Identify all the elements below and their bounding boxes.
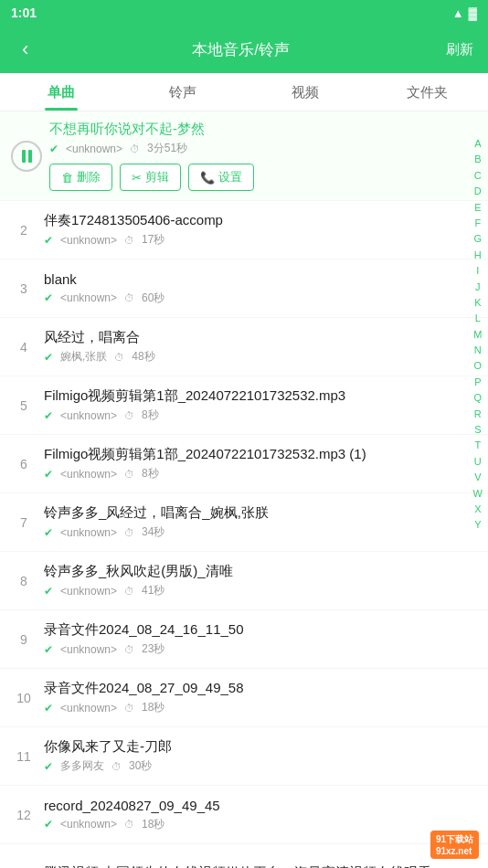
status-time: 1:01 (11, 5, 37, 20)
list-item[interactable]: 2 伴奏1724813505406-accomp ✔ <unknown> ⏱ 1… (0, 201, 488, 259)
alpha-letter-t[interactable]: T (473, 439, 483, 452)
alpha-letter-m[interactable]: M (473, 328, 483, 342)
song-title: 铃声多多_风经过，唱离合_婉枫,张朕 (44, 504, 269, 520)
alphabet-sidebar[interactable]: ABCDEFGHIJKLMNOPQRSTUVWXY (473, 137, 483, 533)
song-artist: <unknown> (60, 643, 117, 656)
alpha-letter-n[interactable]: N (473, 344, 483, 357)
tab-ringtone[interactable]: 铃声 (122, 73, 245, 111)
song-meta: ✔ <unknown> ⏱ 41秒 (44, 583, 451, 598)
song-duration: 8秒 (142, 408, 159, 423)
song-number: 4 (11, 340, 37, 355)
list-item[interactable]: 8 铃声多多_秋风吹起(男版)_清唯 ✔ <unknown> ⏱ 41秒 (0, 552, 488, 610)
song-title: 腾讯视频·中国领先的在线视频媒体平台，海量高清视频在线观看 (44, 864, 431, 868)
phone-icon: 📞 (200, 171, 215, 185)
song-meta: ✔ 婉枫,张朕 ⏱ 48秒 (44, 349, 451, 365)
trash-icon: 🗑 (61, 171, 73, 185)
list-item[interactable]: 12 record_20240827_09_49_45 ✔ <unknown> … (0, 786, 488, 844)
alpha-letter-k[interactable]: K (473, 296, 483, 310)
list-item[interactable]: 11 你像风来了又走-刀郎 ✔ 多多网友 ⏱ 30秒 (0, 727, 488, 786)
list-item[interactable]: 5 Filmigo视频剪辑第1部_20240722101732532.mp3 ✔… (0, 376, 488, 435)
song-artist: <unknown> (60, 234, 117, 247)
verified-icon: ✔ (44, 702, 53, 715)
song-artist: <unknown> (60, 526, 117, 539)
refresh-button[interactable]: 刷新 (446, 41, 473, 58)
alpha-letter-j[interactable]: J (473, 281, 483, 294)
song-meta: ✔ <unknown> ⏱ 8秒 (44, 466, 451, 482)
alpha-letter-o[interactable]: O (473, 359, 483, 373)
alpha-letter-u[interactable]: U (473, 455, 483, 469)
alpha-letter-y[interactable]: Y (473, 518, 483, 532)
verified-icon: ✔ (44, 234, 53, 247)
song-artist: 多多网友 (60, 758, 104, 774)
song-title: Filmigo视频剪辑第1部_20240722101732532.mp3 (1) (44, 446, 366, 461)
alpha-letter-e[interactable]: E (473, 201, 483, 215)
alpha-letter-r[interactable]: R (473, 408, 483, 421)
song-info: 录音文件2024_08_27_09_49_58 ✔ <unknown> ⏱ 18… (37, 680, 451, 715)
watermark: 91下载站91xz.net (430, 831, 479, 859)
alpha-letter-f[interactable]: F (473, 217, 483, 230)
song-duration: 8秒 (142, 466, 159, 482)
verified-icon: ✔ (44, 468, 53, 481)
list-item[interactable]: 腾讯视频·中国领先的在线视频媒体平台，海量高清视频在线观看 (0, 844, 488, 868)
edit-button[interactable]: ✂ 剪辑 (120, 164, 181, 191)
song-duration: 30秒 (129, 758, 152, 774)
alpha-letter-h[interactable]: H (473, 249, 483, 262)
song-info: 铃声多多_风经过，唱离合_婉枫,张朕 ✔ <unknown> ⏱ 34秒 (37, 504, 451, 540)
alpha-letter-p[interactable]: P (473, 376, 483, 389)
clock-icon: ⏱ (124, 410, 134, 421)
song-meta: ✔ 多多网友 ⏱ 30秒 (44, 758, 451, 774)
clock-icon: ⏱ (114, 352, 124, 363)
list-item[interactable]: 7 铃声多多_风经过，唱离合_婉枫,张朕 ✔ <unknown> ⏱ 34秒 (0, 493, 488, 552)
alpha-letter-c[interactable]: C (473, 169, 483, 183)
alpha-letter-b[interactable]: B (473, 153, 483, 166)
alpha-letter-g[interactable]: G (473, 232, 483, 246)
alpha-letter-i[interactable]: I (473, 264, 483, 278)
verified-icon: ✔ (44, 409, 53, 422)
song-title: 伴奏1724813505406-accomp (44, 212, 223, 228)
list-item[interactable]: 4 风经过，唱离合 ✔ 婉枫,张朕 ⏱ 48秒 (0, 318, 488, 376)
clock-icon: ⏱ (124, 292, 134, 303)
song-title: 录音文件2024_08_27_09_49_58 (44, 680, 244, 695)
song-artist: <unknown> (60, 291, 117, 304)
song-duration: 41秒 (142, 583, 164, 598)
clock-icon: ⏱ (124, 586, 134, 597)
song-title: Filmigo视频剪辑第1部_20240722101732532.mp3 (44, 387, 345, 403)
list-item[interactable]: 10 录音文件2024_08_27_09_49_58 ✔ <unknown> ⏱… (0, 669, 488, 727)
alpha-letter-a[interactable]: A (473, 137, 483, 151)
alpha-letter-w[interactable]: W (473, 487, 483, 501)
song-duration: 23秒 (142, 641, 164, 657)
back-button[interactable]: ‹ (15, 34, 36, 65)
header: ‹ 本地音乐/铃声 刷新 (0, 26, 488, 73)
list-item[interactable]: 3 blank ✔ <unknown> ⏱ 60秒 (0, 259, 488, 318)
tab-video[interactable]: 视频 (244, 73, 366, 111)
alpha-letter-q[interactable]: Q (473, 391, 483, 405)
play-pause-button[interactable] (11, 141, 42, 172)
song-meta: ✔ <unknown> ⏱ 3分51秒 (49, 141, 451, 156)
page-title: 本地音乐/铃声 (192, 39, 290, 60)
tab-folder[interactable]: 文件夹 (366, 73, 489, 111)
clock-icon: ⏱ (111, 761, 122, 772)
song-info: 铃声多多_秋风吹起(男版)_清唯 ✔ <unknown> ⏱ 41秒 (37, 563, 451, 598)
list-item[interactable]: 不想再听你说对不起-梦然 ✔ <unknown> ⏱ 3分51秒 🗑 删除 ✂ … (0, 111, 488, 201)
song-meta: ✔ <unknown> ⏱ 18秒 (44, 700, 451, 715)
verified-icon: ✔ (44, 526, 53, 539)
pause-icon (22, 150, 32, 163)
tab-single[interactable]: 单曲 (0, 73, 122, 111)
alpha-letter-s[interactable]: S (473, 423, 483, 437)
song-artist: <unknown> (66, 143, 122, 155)
alpha-letter-l[interactable]: L (473, 312, 483, 325)
alpha-letter-v[interactable]: V (473, 471, 483, 484)
list-item[interactable]: 6 Filmigo视频剪辑第1部_20240722101732532.mp3 (… (0, 435, 488, 493)
alpha-letter-x[interactable]: X (473, 503, 483, 516)
song-number: 2 (11, 223, 37, 238)
alpha-letter-d[interactable]: D (473, 185, 483, 198)
song-meta: ✔ <unknown> ⏱ 17秒 (44, 232, 451, 248)
song-number: 5 (11, 398, 37, 413)
song-meta: ✔ <unknown> ⏱ 34秒 (44, 524, 451, 540)
list-item[interactable]: 9 录音文件2024_08_24_16_11_50 ✔ <unknown> ⏱ … (0, 610, 488, 669)
delete-button[interactable]: 🗑 删除 (49, 164, 112, 191)
song-artist: <unknown> (60, 409, 117, 422)
set-ringtone-button[interactable]: 📞 设置 (188, 164, 254, 191)
song-duration: 3分51秒 (147, 141, 187, 156)
song-number: 9 (11, 632, 37, 647)
